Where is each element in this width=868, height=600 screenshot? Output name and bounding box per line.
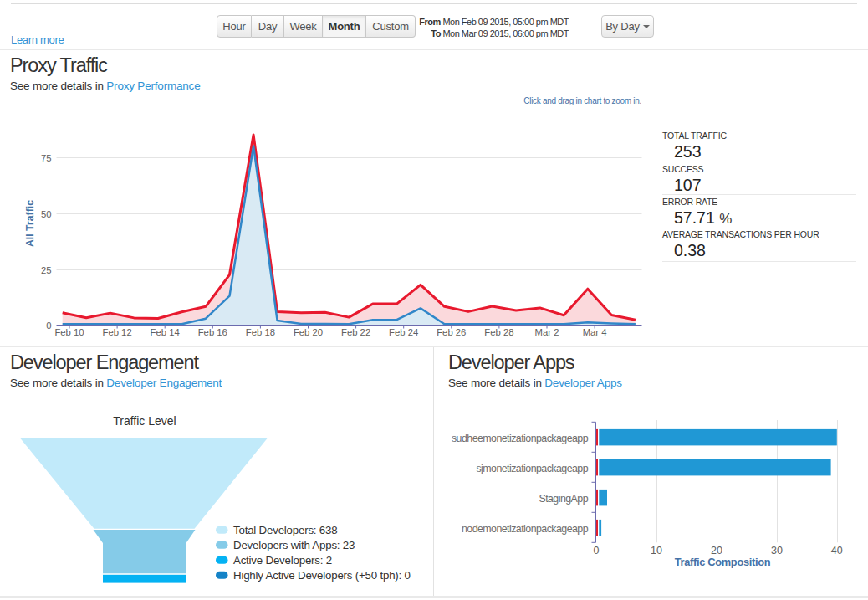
- svg-text:nodemonetizationpackageapp: nodemonetizationpackageapp: [462, 523, 589, 535]
- svg-text:Feb 10: Feb 10: [54, 327, 84, 337]
- svg-text:Feb 16: Feb 16: [198, 327, 227, 337]
- svg-text:Feb 14: Feb 14: [151, 327, 180, 337]
- svg-text:Feb 26: Feb 26: [437, 327, 466, 337]
- svg-text:50: 50: [41, 209, 52, 219]
- svg-text:Traffic Composition: Traffic Composition: [675, 556, 771, 568]
- svg-text:Developers with Apps: 23: Developers with Apps: 23: [233, 539, 355, 551]
- svg-text:sudheemonetizationpackageapp: sudheemonetizationpackageapp: [452, 433, 589, 444]
- svg-text:Total Developers: 638: Total Developers: 638: [233, 524, 337, 536]
- svg-text:Mar 2: Mar 2: [535, 327, 559, 337]
- svg-text:Feb 20: Feb 20: [294, 327, 323, 337]
- svg-text:10: 10: [651, 545, 662, 556]
- svg-text:25: 25: [41, 265, 52, 275]
- svg-text:40: 40: [831, 545, 843, 556]
- svg-text:Feb 12: Feb 12: [103, 327, 132, 337]
- svg-text:Feb 24: Feb 24: [389, 327, 418, 337]
- svg-text:Mar 4: Mar 4: [583, 327, 607, 337]
- svg-text:30: 30: [771, 545, 783, 556]
- svg-text:Feb 22: Feb 22: [341, 327, 370, 337]
- svg-text:0: 0: [46, 321, 51, 331]
- svg-text:75: 75: [41, 153, 52, 163]
- svg-text:All Traffic: All Traffic: [24, 200, 36, 247]
- svg-text:0: 0: [594, 545, 600, 556]
- svg-text:StagingApp: StagingApp: [539, 493, 588, 505]
- svg-text:Active Developers: 2: Active Developers: 2: [233, 554, 332, 567]
- svg-text:Feb 18: Feb 18: [246, 327, 275, 337]
- svg-text:sjmonetizationpackageapp: sjmonetizationpackageapp: [476, 463, 588, 474]
- svg-text:Feb 28: Feb 28: [484, 327, 513, 337]
